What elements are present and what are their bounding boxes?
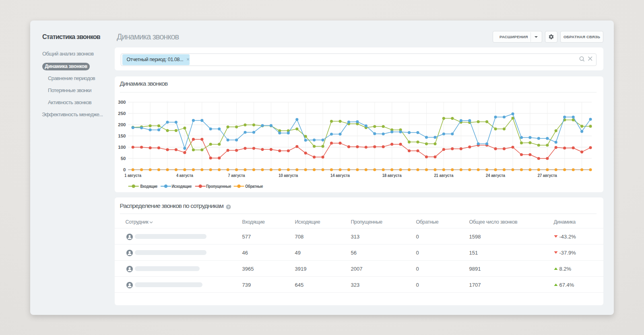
svg-text:50: 50 (121, 156, 126, 161)
svg-text:300: 300 (118, 100, 126, 105)
svg-text:24 августа: 24 августа (486, 173, 505, 178)
svg-text:?: ? (227, 205, 230, 209)
svg-text:Исходящие: Исходящие (171, 184, 192, 189)
svg-text:250: 250 (118, 111, 126, 116)
svg-text:200: 200 (118, 122, 126, 127)
svg-text:0: 0 (123, 167, 126, 172)
svg-text:150: 150 (118, 134, 126, 138)
svg-text:27 августа: 27 августа (538, 173, 557, 178)
svg-text:10 августа: 10 августа (279, 173, 298, 178)
svg-text:4 августа: 4 августа (176, 173, 193, 178)
svg-text:18 августа: 18 августа (382, 173, 402, 178)
svg-text:100: 100 (118, 145, 126, 150)
svg-text:1 августа: 1 августа (124, 173, 141, 178)
svg-text:Обратные: Обратные (245, 184, 263, 189)
svg-text:21 августа: 21 августа (434, 173, 453, 178)
svg-text:7 августа: 7 августа (228, 173, 245, 178)
svg-text:Входящие: Входящие (140, 184, 158, 189)
svg-text:Пропущенные: Пропущенные (206, 184, 231, 189)
svg-text:14 августа: 14 августа (330, 173, 350, 178)
